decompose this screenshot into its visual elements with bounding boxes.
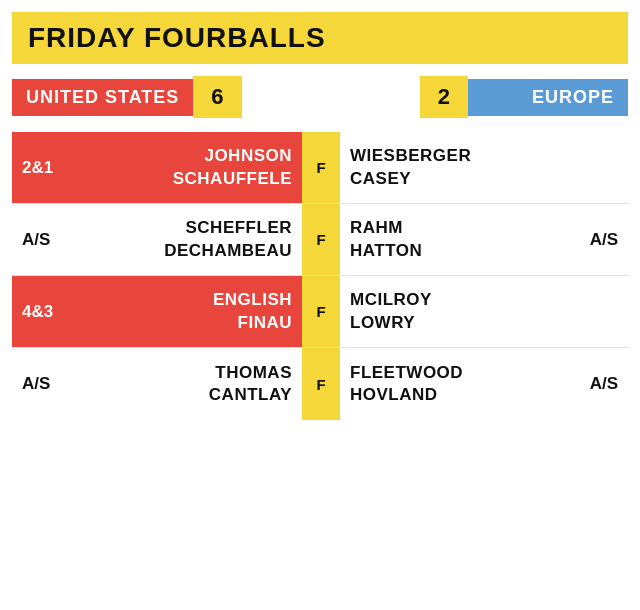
eu-players: FLEETWOODHOVLAND [350,363,463,406]
eu-player-name: LOWRY [350,313,432,333]
us-players: JOHNSONSCHAUFFELE [66,146,292,189]
eu-player-name: MCILROY [350,290,432,310]
us-players: SCHEFFLERDECHAMBEAU [66,218,292,261]
status-col: F [302,204,340,275]
eu-player-name: CASEY [350,169,471,189]
match-row: 2&1 JOHNSONSCHAUFFELE F WIESBERGERCASEY [12,132,628,204]
eu-player-name: WIESBERGER [350,146,471,166]
match-status: F [316,159,325,176]
eu-player-name: RAHM [350,218,422,238]
eu-label: EUROPE [468,79,628,116]
match-row: 4&3 ENGLISHFINAU F MCILROYLOWRY [12,276,628,348]
match-row: A/S THOMASCANTLAY F FLEETWOODHOVLAND A/S [12,348,628,420]
status-col: F [302,276,340,347]
us-result: 4&3 [22,302,66,322]
page-title: FRIDAY FOURBALLS [28,22,326,53]
us-players: THOMASCANTLAY [66,363,292,406]
eu-players: WIESBERGERCASEY [350,146,471,189]
us-players: ENGLISHFINAU [66,290,292,333]
eu-score: 2 [420,76,468,118]
us-result: 2&1 [22,158,66,178]
eu-players: RAHMHATTON [350,218,422,261]
eu-player-name: FLEETWOOD [350,363,463,383]
us-result: A/S [22,230,66,250]
status-col: F [302,348,340,420]
eu-result: A/S [578,374,618,394]
eu-side: RAHMHATTON A/S [340,204,628,275]
eu-player-name: HATTON [350,241,422,261]
us-score: 6 [193,76,241,118]
us-side: A/S THOMASCANTLAY [12,348,302,420]
us-side: 2&1 JOHNSONSCHAUFFELE [12,132,302,203]
score-bar: UNITED STATES 6 2 EUROPE [12,76,628,118]
match-status: F [316,303,325,320]
match-status: F [316,231,325,248]
eu-side: FLEETWOODHOVLAND A/S [340,348,628,420]
us-player-name: JOHNSON [204,146,292,166]
title-bar: FRIDAY FOURBALLS [12,12,628,64]
status-col: F [302,132,340,203]
us-player-name: THOMAS [215,363,292,383]
us-player-name: FINAU [238,313,292,333]
eu-side: WIESBERGERCASEY [340,132,628,203]
us-player-name: CANTLAY [209,385,292,405]
eu-side: MCILROYLOWRY [340,276,628,347]
us-player-name: SCHEFFLER [186,218,293,238]
match-status: F [316,376,325,393]
us-player-name: ENGLISH [213,290,292,310]
eu-players: MCILROYLOWRY [350,290,432,333]
eu-result: A/S [578,230,618,250]
us-label: UNITED STATES [12,79,193,116]
us-side: 4&3 ENGLISHFINAU [12,276,302,347]
us-player-name: SCHAUFFELE [173,169,292,189]
eu-player-name: HOVLAND [350,385,463,405]
us-player-name: DECHAMBEAU [164,241,292,261]
match-row: A/S SCHEFFLERDECHAMBEAU F RAHMHATTON A/S [12,204,628,276]
us-side: A/S SCHEFFLERDECHAMBEAU [12,204,302,275]
matches-list: 2&1 JOHNSONSCHAUFFELE F WIESBERGERCASEY … [12,132,628,420]
page-container: FRIDAY FOURBALLS UNITED STATES 6 2 EUROP… [0,0,640,610]
us-result: A/S [22,374,66,394]
